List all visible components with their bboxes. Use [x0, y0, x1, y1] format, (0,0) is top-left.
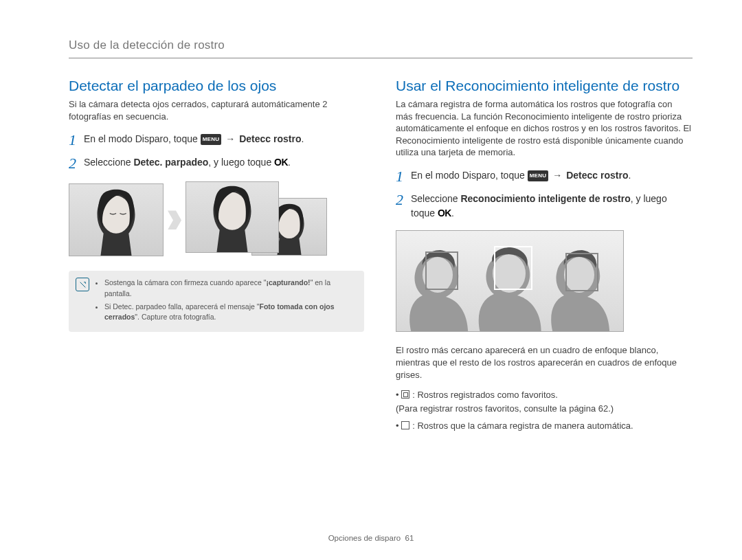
right-step-1: En el modo Disparo, toque MENU → Detecc …: [411, 168, 691, 183]
left-section-title: Detectar el parpadeo de los ojos: [69, 78, 364, 94]
focus-frame-gray-icon: [425, 251, 458, 290]
menu-icon: MENU: [528, 170, 549, 181]
ok-icon: OK: [274, 157, 288, 168]
photo-result-front: [186, 181, 279, 253]
focus-frame-gray-icon: [565, 253, 598, 291]
face-silhouette-icon: [85, 187, 148, 256]
note-bullet-1: Sostenga la cámara con firmeza cuando ap…: [104, 278, 356, 298]
smart-face-figure: [396, 230, 624, 332]
section-rule: [69, 58, 693, 58]
right-intro: La cámara registra de forma automática l…: [396, 98, 691, 159]
blink-detection-figure: [69, 181, 364, 258]
note-bullet-2: Si Detec. parpadeo falla, aparecerá el m…: [104, 302, 356, 322]
note-icon: [76, 278, 89, 291]
step-number: 2: [396, 192, 411, 208]
note-box: Sostenga la cámara con firmeza cuando ap…: [69, 271, 364, 332]
legend-favorite: • : Rostros registrados como favoritos. …: [396, 388, 691, 415]
step-number: 1: [396, 168, 411, 185]
legend-auto: • : Rostros que la cámara registra de ma…: [396, 419, 691, 433]
left-intro: Si la cámara detecta ojos cerrados, capt…: [69, 98, 364, 122]
menu-icon: MENU: [201, 134, 222, 145]
ok-icon: OK: [438, 208, 451, 219]
breadcrumb: Uso de la detección de rostro: [69, 38, 693, 52]
right-step-2: Seleccione Reconocimiento inteligente de…: [411, 192, 691, 221]
square-icon: [401, 421, 409, 429]
step-number: 1: [69, 132, 84, 148]
right-section-title: Usar el Reconocimiento inteligente de ro…: [396, 78, 691, 94]
left-step-2: Seleccione Detec. parpadeo, y luego toqu…: [84, 155, 364, 170]
photo-eyes-closed: [69, 183, 164, 256]
left-step-1: En el modo Disparo, toque MENU → Detecc …: [84, 132, 364, 146]
step-number: 2: [69, 155, 84, 172]
double-square-icon: [401, 390, 409, 399]
arrow-icon: [168, 210, 181, 229]
focus-frame-white-icon: [494, 246, 532, 290]
right-description: El rostro más cercano aparecerá en un cu…: [396, 344, 691, 382]
page-footer: Opciones de disparo 61: [0, 534, 742, 542]
